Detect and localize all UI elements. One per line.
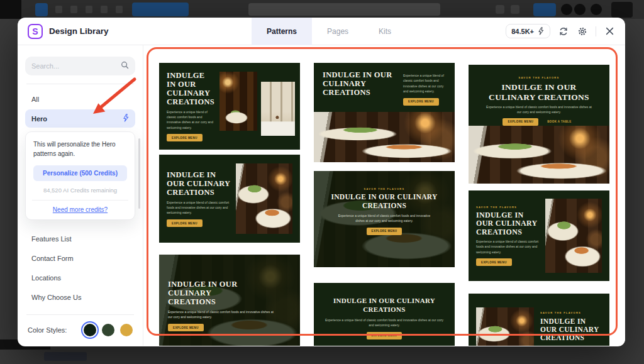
header-divider <box>596 26 596 36</box>
search-input[interactable] <box>31 62 121 70</box>
pattern-photo <box>386 346 416 346</box>
sidebar-item-label: Hero <box>31 115 47 123</box>
search-icon <box>121 60 129 72</box>
sidebar-item-features-list[interactable]: Features List <box>25 229 135 248</box>
color-swatch-green[interactable] <box>102 324 114 336</box>
pattern-body: Experience a unique blend of classic com… <box>486 104 592 115</box>
pattern-body: Experience a unique blend of classic com… <box>403 73 446 94</box>
pattern-card[interactable]: INDULGE IN OUR CULINARY CREATIONS Experi… <box>314 63 455 162</box>
background-page-label <box>44 352 87 361</box>
pattern-heading: INDULGE IN OUR CULINARY CREATIONS <box>168 280 250 306</box>
pattern-photo <box>469 126 609 184</box>
background-toolbar-icon <box>55 6 62 13</box>
color-swatch-gold[interactable] <box>120 324 133 336</box>
background-toolbar-icon <box>86 6 92 13</box>
app-logo-letter: S <box>32 26 38 36</box>
credits-count: 84.5K+ <box>511 28 534 35</box>
need-more-credits-link[interactable]: Need more credits? <box>33 206 127 213</box>
pattern-eyebrow: SAVOR THE FLAVORS <box>476 206 540 209</box>
pattern-photo <box>314 112 455 162</box>
pattern-body: Experience a unique blend of classic com… <box>325 317 443 328</box>
sidebar-divider <box>26 84 134 84</box>
close-icon[interactable] <box>604 26 615 37</box>
patterns-grid: INDULGE IN OUR CULINARY CREATIONS Experi… <box>143 45 625 346</box>
pattern-eyebrow: SAVOR THE FLAVORS <box>314 187 455 190</box>
sidebar: All Hero This will personalize the Hero … <box>18 45 143 346</box>
background-toolbar-button <box>533 3 556 16</box>
pattern-heading: INDULGE IN OUR CULINARY CREATIONS <box>484 82 594 102</box>
pattern-eyebrow: SAVOR THE FLAVORS <box>540 311 602 314</box>
background-toolbar-icon <box>496 5 504 14</box>
background-toolbar-icon <box>70 6 77 13</box>
sidebar-scrollbar[interactable] <box>138 138 140 209</box>
popover-divider <box>32 200 128 201</box>
sidebar-item-all[interactable]: All <box>25 91 135 108</box>
pattern-photo <box>476 307 534 346</box>
background-toolbar-button <box>132 3 189 16</box>
sidebar-item-hero[interactable]: Hero <box>25 109 135 128</box>
pattern-cta-primary: EXPLORE MENU <box>502 118 538 126</box>
grid-column: INDULGE IN OUR CULINARY CREATIONS Experi… <box>159 63 300 346</box>
pattern-card[interactable]: INDULGE IN OUR CULINARY CREATIONS Experi… <box>159 255 300 346</box>
background-search-bar <box>248 3 440 16</box>
sidebar-item-contact-form[interactable]: Contact Form <box>25 248 135 268</box>
popover-message: This will personalize the Hero patterns … <box>33 140 127 158</box>
credits-badge[interactable]: 84.5K+ <box>506 24 550 38</box>
lightning-icon[interactable] <box>122 114 129 123</box>
personalize-popover: This will personalize the Hero patterns … <box>25 131 135 220</box>
background-toolbar-icon <box>116 6 123 13</box>
grid-column: SAVOR THE FLAVORS INDULGE IN OUR CULINAR… <box>469 63 609 346</box>
credits-remaining-text: 84,520 AI Credits remaining <box>33 187 127 194</box>
pattern-photo <box>353 346 382 346</box>
background-toolbar <box>0 0 644 19</box>
grid-column: INDULGE IN OUR CULINARY CREATIONS Experi… <box>314 63 455 346</box>
pattern-card[interactable]: SAVOR THE FLAVORS INDULGE IN OUR CULINAR… <box>469 65 609 184</box>
pattern-cta-primary: EXPLORE MENU <box>403 98 439 106</box>
pattern-heading: INDULGE IN OUR CULINARY CREATIONS <box>167 71 214 106</box>
lightning-icon <box>536 27 545 35</box>
background-toolbar-button <box>611 2 633 18</box>
background-avatar <box>561 4 572 15</box>
pattern-cta-primary: EXPLORE MENU <box>168 324 204 331</box>
pattern-heading: INDULGE IN OUR CULINARY CREATIONS <box>540 317 602 343</box>
pattern-body: Experience a unique blend of classic com… <box>168 309 275 320</box>
gear-icon[interactable] <box>577 26 588 37</box>
pattern-eyebrow: SAVOR THE FLAVORS <box>469 76 609 79</box>
color-styles-row: Color Styles: <box>25 324 135 336</box>
pattern-card[interactable]: SAVOR THE FLAVORS INDULGE IN OUR CULINAR… <box>314 171 455 267</box>
background-toolbar-icon <box>511 5 519 14</box>
pattern-cta-primary: EXPLORE MENU <box>367 228 402 235</box>
pattern-card[interactable]: INDULGE IN OUR CULINARY CREATIONS Experi… <box>159 155 300 243</box>
color-styles-label: Color Styles: <box>28 326 67 334</box>
sidebar-divider <box>26 314 134 315</box>
sidebar-item-why-choose-us[interactable]: Why Choose Us <box>25 287 135 307</box>
pattern-cta-primary: EXPLORE MENU <box>476 258 512 266</box>
tab-patterns[interactable]: Patterns <box>252 18 312 45</box>
search-box[interactable] <box>25 57 135 75</box>
pattern-photo <box>320 346 350 346</box>
background-avatar <box>591 4 602 15</box>
tab-kits[interactable]: Kits <box>364 18 406 45</box>
pattern-body: Experience a unique blend of classic com… <box>167 200 231 216</box>
sidebar-item-locations[interactable]: Locations <box>25 268 135 287</box>
modal-header: S Design Library Patterns Pages Kits 84.… <box>18 18 625 45</box>
app-logo: S <box>28 24 43 39</box>
pattern-card[interactable]: INDULGE IN OUR CULINARY CREATIONS Experi… <box>159 63 300 150</box>
pattern-photo <box>236 163 292 234</box>
pattern-cta-primary: EXPLORE MENU <box>367 332 402 339</box>
color-swatch-dark-green[interactable] <box>84 324 96 336</box>
background-toolbar-icon <box>101 6 108 13</box>
design-library-modal: S Design Library Patterns Pages Kits 84.… <box>18 18 625 346</box>
pattern-cta-secondary: BOOK A TABLE <box>543 118 575 126</box>
pattern-photo <box>419 346 448 346</box>
background-app-logo <box>0 0 21 19</box>
pattern-heading: INDULGE IN OUR CULINARY CREATIONS <box>326 297 442 314</box>
pattern-heading: INDULGE IN OUR CULINARY CREATIONS <box>167 170 231 197</box>
personalize-button[interactable]: Personalize (500 Credits) <box>33 165 127 181</box>
tab-pages[interactable]: Pages <box>312 18 364 45</box>
refresh-icon[interactable] <box>558 26 569 37</box>
pattern-card[interactable]: SAVOR THE FLAVORS INDULGE IN OUR CULINAR… <box>469 294 609 346</box>
background-toolbar-button <box>35 3 48 16</box>
pattern-card[interactable]: INDULGE IN OUR CULINARY CREATIONS Experi… <box>314 283 455 346</box>
pattern-card[interactable]: SAVOR THE FLAVORS INDULGE IN OUR CULINAR… <box>469 190 609 281</box>
